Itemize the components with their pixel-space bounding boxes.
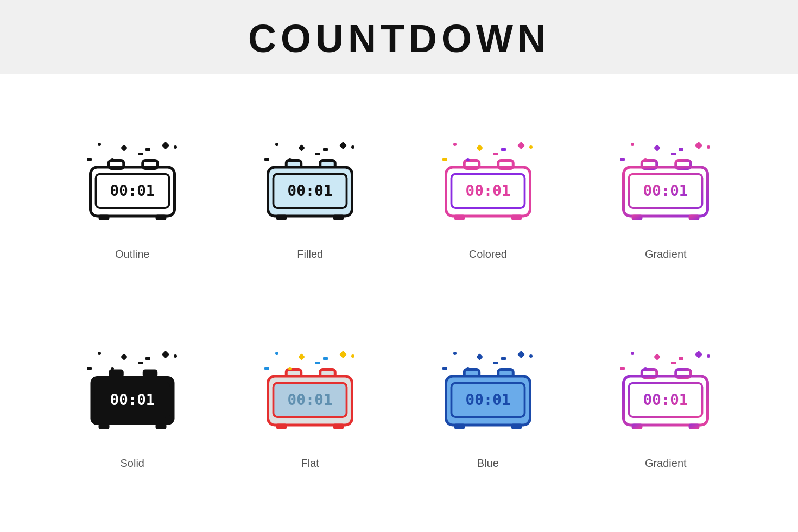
svg-text:00:01: 00:01 [465,181,510,199]
svg-rect-34 [155,423,166,429]
icon-cell-gradient1: 00:01 Gradient [577,96,755,305]
icon-label-outline: Outline [115,248,149,261]
icon-cell-gradient2: 00:01 Gradient [577,305,755,514]
svg-rect-41 [333,423,344,429]
svg-rect-12 [276,214,287,220]
svg-text:00:01: 00:01 [110,390,155,408]
svg-text:00:01: 00:01 [110,181,155,199]
page-title: COUNTDOWN [0,16,798,61]
icon-wrapper-blue[interactable]: 00:01 [434,350,542,447]
icon-label-solid: Solid [121,457,144,470]
icon-label-colored: Colored [469,248,507,261]
icon-label-flat: Flat [301,457,319,470]
icon-wrapper-outline[interactable]: 00:01 [78,141,187,238]
icon-label-blue: Blue [477,457,499,470]
svg-rect-27 [689,214,700,220]
svg-rect-48 [511,423,522,429]
svg-text:00:01: 00:01 [288,181,333,199]
svg-rect-26 [632,214,643,220]
svg-rect-5 [98,214,109,220]
icon-wrapper-solid[interactable]: 00:01 [78,350,187,447]
svg-rect-19 [454,214,465,220]
icon-wrapper-flat[interactable]: 00:01 [256,350,364,447]
svg-text:00:01: 00:01 [643,390,688,408]
icon-cell-filled: 00:01 Filled [221,96,400,305]
icon-cell-blue: 00:01 Blue [399,305,577,514]
icon-cell-solid: 00:01 Solid [43,305,221,514]
svg-rect-47 [454,423,465,429]
icon-cell-colored: 00:01 Colored [399,96,577,305]
svg-rect-55 [689,423,700,429]
svg-rect-6 [155,214,166,220]
svg-text:00:01: 00:01 [288,390,333,408]
svg-rect-54 [632,423,643,429]
svg-rect-40 [276,423,287,429]
icon-wrapper-colored[interactable]: 00:01 [434,141,542,238]
icon-cell-outline: 00:01 Outline [43,96,221,305]
icon-wrapper-gradient2[interactable]: 00:01 [611,350,720,447]
icons-grid: 00:01 Outline 00:01 Filled 00:01 Colored [0,74,798,532]
svg-rect-33 [98,423,109,429]
icon-label-filled: Filled [297,248,323,261]
icon-wrapper-filled[interactable]: 00:01 [256,141,364,238]
header: COUNTDOWN [0,0,798,74]
svg-rect-13 [333,214,344,220]
svg-text:00:01: 00:01 [643,181,688,199]
svg-rect-20 [511,214,522,220]
svg-text:00:01: 00:01 [465,390,510,408]
icon-label-gradient2: Gradient [645,457,687,470]
icon-cell-flat: 00:01 Flat [221,305,400,514]
icon-wrapper-gradient1[interactable]: 00:01 [611,141,720,238]
icon-label-gradient1: Gradient [645,248,687,261]
